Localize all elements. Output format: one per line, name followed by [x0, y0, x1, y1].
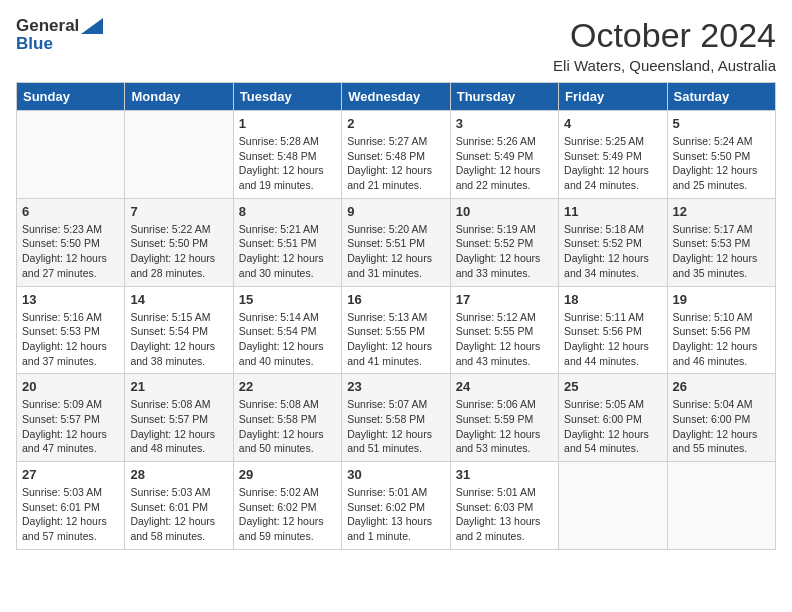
calendar-cell: 14Sunrise: 5:15 AM Sunset: 5:54 PM Dayli…: [125, 286, 233, 374]
calendar-cell: 16Sunrise: 5:13 AM Sunset: 5:55 PM Dayli…: [342, 286, 450, 374]
month-title: October 2024: [553, 16, 776, 55]
calendar-cell: 15Sunrise: 5:14 AM Sunset: 5:54 PM Dayli…: [233, 286, 341, 374]
day-info: Sunrise: 5:15 AM Sunset: 5:54 PM Dayligh…: [130, 310, 227, 369]
col-header-thursday: Thursday: [450, 83, 558, 111]
calendar-cell: 22Sunrise: 5:08 AM Sunset: 5:58 PM Dayli…: [233, 374, 341, 462]
day-number: 3: [456, 116, 553, 131]
calendar-cell: 30Sunrise: 5:01 AM Sunset: 6:02 PM Dayli…: [342, 462, 450, 550]
day-number: 16: [347, 292, 444, 307]
calendar-cell: 2Sunrise: 5:27 AM Sunset: 5:48 PM Daylig…: [342, 111, 450, 199]
day-number: 19: [673, 292, 770, 307]
day-number: 25: [564, 379, 661, 394]
day-number: 18: [564, 292, 661, 307]
day-number: 24: [456, 379, 553, 394]
day-info: Sunrise: 5:03 AM Sunset: 6:01 PM Dayligh…: [22, 485, 119, 544]
calendar-cell: 10Sunrise: 5:19 AM Sunset: 5:52 PM Dayli…: [450, 198, 558, 286]
header-row: SundayMondayTuesdayWednesdayThursdayFrid…: [17, 83, 776, 111]
calendar-cell: 12Sunrise: 5:17 AM Sunset: 5:53 PM Dayli…: [667, 198, 775, 286]
calendar-cell: 7Sunrise: 5:22 AM Sunset: 5:50 PM Daylig…: [125, 198, 233, 286]
day-info: Sunrise: 5:01 AM Sunset: 6:02 PM Dayligh…: [347, 485, 444, 544]
calendar-cell: 5Sunrise: 5:24 AM Sunset: 5:50 PM Daylig…: [667, 111, 775, 199]
calendar-cell: 20Sunrise: 5:09 AM Sunset: 5:57 PM Dayli…: [17, 374, 125, 462]
calendar-cell: 26Sunrise: 5:04 AM Sunset: 6:00 PM Dayli…: [667, 374, 775, 462]
calendar-cell: 6Sunrise: 5:23 AM Sunset: 5:50 PM Daylig…: [17, 198, 125, 286]
calendar-week-3: 13Sunrise: 5:16 AM Sunset: 5:53 PM Dayli…: [17, 286, 776, 374]
day-info: Sunrise: 5:18 AM Sunset: 5:52 PM Dayligh…: [564, 222, 661, 281]
day-info: Sunrise: 5:02 AM Sunset: 6:02 PM Dayligh…: [239, 485, 336, 544]
col-header-wednesday: Wednesday: [342, 83, 450, 111]
calendar-cell: 8Sunrise: 5:21 AM Sunset: 5:51 PM Daylig…: [233, 198, 341, 286]
day-info: Sunrise: 5:26 AM Sunset: 5:49 PM Dayligh…: [456, 134, 553, 193]
calendar-cell: [667, 462, 775, 550]
calendar-cell: 18Sunrise: 5:11 AM Sunset: 5:56 PM Dayli…: [559, 286, 667, 374]
day-number: 22: [239, 379, 336, 394]
day-number: 11: [564, 204, 661, 219]
day-number: 1: [239, 116, 336, 131]
col-header-tuesday: Tuesday: [233, 83, 341, 111]
day-number: 8: [239, 204, 336, 219]
day-info: Sunrise: 5:23 AM Sunset: 5:50 PM Dayligh…: [22, 222, 119, 281]
day-number: 14: [130, 292, 227, 307]
day-number: 26: [673, 379, 770, 394]
title-area: October 2024 Eli Waters, Queensland, Aus…: [553, 16, 776, 74]
day-info: Sunrise: 5:07 AM Sunset: 5:58 PM Dayligh…: [347, 397, 444, 456]
calendar-cell: 11Sunrise: 5:18 AM Sunset: 5:52 PM Dayli…: [559, 198, 667, 286]
calendar-week-1: 1Sunrise: 5:28 AM Sunset: 5:48 PM Daylig…: [17, 111, 776, 199]
calendar-cell: 13Sunrise: 5:16 AM Sunset: 5:53 PM Dayli…: [17, 286, 125, 374]
day-number: 5: [673, 116, 770, 131]
calendar-table: SundayMondayTuesdayWednesdayThursdayFrid…: [16, 82, 776, 550]
calendar-cell: [17, 111, 125, 199]
calendar-week-5: 27Sunrise: 5:03 AM Sunset: 6:01 PM Dayli…: [17, 462, 776, 550]
day-info: Sunrise: 5:01 AM Sunset: 6:03 PM Dayligh…: [456, 485, 553, 544]
calendar-cell: 9Sunrise: 5:20 AM Sunset: 5:51 PM Daylig…: [342, 198, 450, 286]
day-number: 15: [239, 292, 336, 307]
day-info: Sunrise: 5:08 AM Sunset: 5:58 PM Dayligh…: [239, 397, 336, 456]
logo-general: General: [16, 16, 79, 36]
day-number: 12: [673, 204, 770, 219]
col-header-saturday: Saturday: [667, 83, 775, 111]
day-info: Sunrise: 5:09 AM Sunset: 5:57 PM Dayligh…: [22, 397, 119, 456]
day-number: 21: [130, 379, 227, 394]
logo-blue: Blue: [16, 34, 53, 54]
day-info: Sunrise: 5:10 AM Sunset: 5:56 PM Dayligh…: [673, 310, 770, 369]
calendar-cell: 25Sunrise: 5:05 AM Sunset: 6:00 PM Dayli…: [559, 374, 667, 462]
day-info: Sunrise: 5:22 AM Sunset: 5:50 PM Dayligh…: [130, 222, 227, 281]
day-number: 27: [22, 467, 119, 482]
day-number: 7: [130, 204, 227, 219]
day-info: Sunrise: 5:21 AM Sunset: 5:51 PM Dayligh…: [239, 222, 336, 281]
col-header-sunday: Sunday: [17, 83, 125, 111]
day-info: Sunrise: 5:03 AM Sunset: 6:01 PM Dayligh…: [130, 485, 227, 544]
day-number: 28: [130, 467, 227, 482]
logo-icon: [81, 18, 103, 34]
calendar-cell: 17Sunrise: 5:12 AM Sunset: 5:55 PM Dayli…: [450, 286, 558, 374]
day-info: Sunrise: 5:17 AM Sunset: 5:53 PM Dayligh…: [673, 222, 770, 281]
calendar-cell: [559, 462, 667, 550]
calendar-cell: 29Sunrise: 5:02 AM Sunset: 6:02 PM Dayli…: [233, 462, 341, 550]
calendar-cell: 24Sunrise: 5:06 AM Sunset: 5:59 PM Dayli…: [450, 374, 558, 462]
day-number: 31: [456, 467, 553, 482]
day-info: Sunrise: 5:11 AM Sunset: 5:56 PM Dayligh…: [564, 310, 661, 369]
calendar-cell: 27Sunrise: 5:03 AM Sunset: 6:01 PM Dayli…: [17, 462, 125, 550]
calendar-cell: 1Sunrise: 5:28 AM Sunset: 5:48 PM Daylig…: [233, 111, 341, 199]
day-number: 30: [347, 467, 444, 482]
day-info: Sunrise: 5:04 AM Sunset: 6:00 PM Dayligh…: [673, 397, 770, 456]
col-header-monday: Monday: [125, 83, 233, 111]
header: General Blue October 2024 Eli Waters, Qu…: [16, 16, 776, 74]
calendar-cell: 4Sunrise: 5:25 AM Sunset: 5:49 PM Daylig…: [559, 111, 667, 199]
day-number: 10: [456, 204, 553, 219]
day-info: Sunrise: 5:05 AM Sunset: 6:00 PM Dayligh…: [564, 397, 661, 456]
svg-marker-0: [81, 18, 103, 34]
calendar-cell: 28Sunrise: 5:03 AM Sunset: 6:01 PM Dayli…: [125, 462, 233, 550]
day-info: Sunrise: 5:16 AM Sunset: 5:53 PM Dayligh…: [22, 310, 119, 369]
day-number: 20: [22, 379, 119, 394]
day-info: Sunrise: 5:20 AM Sunset: 5:51 PM Dayligh…: [347, 222, 444, 281]
calendar-cell: 23Sunrise: 5:07 AM Sunset: 5:58 PM Dayli…: [342, 374, 450, 462]
day-info: Sunrise: 5:08 AM Sunset: 5:57 PM Dayligh…: [130, 397, 227, 456]
day-number: 29: [239, 467, 336, 482]
calendar-cell: 3Sunrise: 5:26 AM Sunset: 5:49 PM Daylig…: [450, 111, 558, 199]
calendar-cell: 31Sunrise: 5:01 AM Sunset: 6:03 PM Dayli…: [450, 462, 558, 550]
day-info: Sunrise: 5:12 AM Sunset: 5:55 PM Dayligh…: [456, 310, 553, 369]
calendar-cell: 21Sunrise: 5:08 AM Sunset: 5:57 PM Dayli…: [125, 374, 233, 462]
location-subtitle: Eli Waters, Queensland, Australia: [553, 57, 776, 74]
day-info: Sunrise: 5:25 AM Sunset: 5:49 PM Dayligh…: [564, 134, 661, 193]
